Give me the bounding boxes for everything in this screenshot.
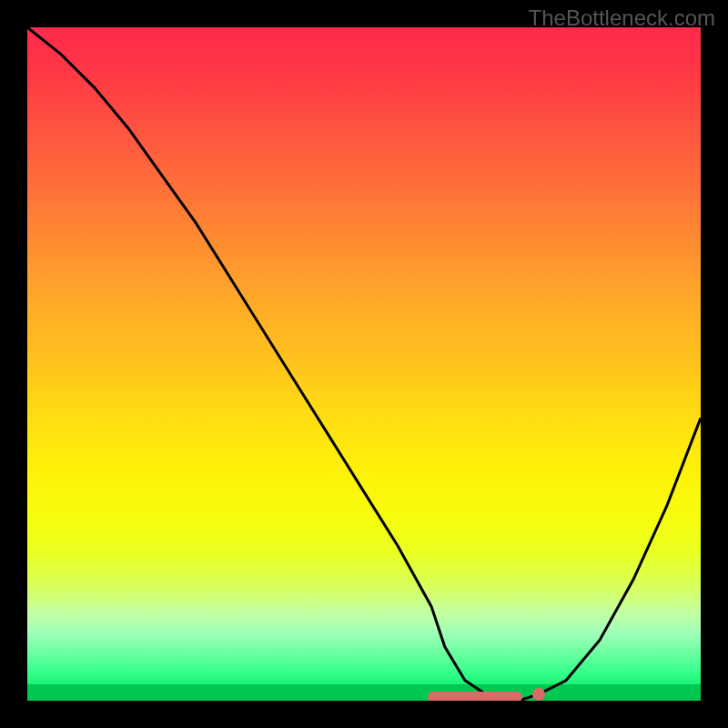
chart-container: TheBottleneck.com [0, 0, 728, 728]
curve-svg [27, 27, 701, 701]
highlight-dot [532, 688, 545, 701]
bottleneck-curve [27, 27, 701, 701]
plot-area [27, 27, 701, 701]
watermark-text: TheBottleneck.com [529, 5, 715, 31]
highlight-range-bar [428, 692, 522, 701]
